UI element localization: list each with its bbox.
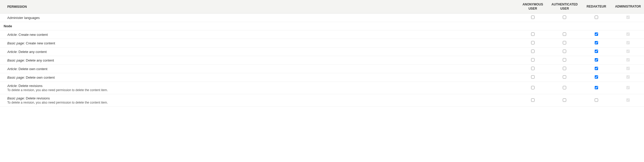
permission-row: Article: Delete revisionsTo delete a rev… [0,82,644,94]
permission-checkbox-cell [581,48,612,56]
permission-row: Article: Create new content [0,30,644,39]
permission-checkbox-cell [612,65,644,73]
permission-row: Article: Delete any content [0,48,644,56]
permission-checkbox-cell [517,56,548,65]
permission-checkbox[interactable] [563,32,566,36]
permission-title: Basic page: Delete any content [7,58,514,62]
permission-title: Basic page: Delete own content [7,76,514,79]
module-row: Node [0,22,644,30]
permission-prefix: Basic page [7,96,24,100]
permission-checkbox-cell [517,65,548,73]
permission-checkbox[interactable] [595,16,598,19]
permission-label: Delete own content [26,76,55,79]
permission-checkbox[interactable] [531,32,535,36]
permission-label-cell: Article: Create new content [0,30,517,39]
permission-checkbox [626,86,630,89]
permission-checkbox [626,75,630,79]
permission-checkbox[interactable] [531,50,535,53]
permission-checkbox[interactable] [563,75,566,79]
permission-checkbox[interactable] [595,75,598,79]
permission-label-cell: Basic page: Create new content [0,39,517,48]
permission-checkbox-cell [548,14,581,22]
permission-checkbox[interactable] [563,86,566,89]
permissions-table: PERMISSION ANONYMOUS USER AUTHENTICATED … [0,0,644,107]
permission-title: Article: Delete revisions [7,84,514,88]
permission-checkbox-cell [581,39,612,48]
permission-checkbox-cell [517,14,548,22]
permission-label-cell: Basic page: Delete any content [0,56,517,65]
permission-checkbox-cell [517,73,548,82]
permission-checkbox[interactable] [563,98,566,102]
permission-checkbox-cell [548,73,581,82]
permission-checkbox[interactable] [595,67,598,70]
permission-label-cell: Basic page: Delete own content [0,73,517,82]
permission-checkbox[interactable] [563,50,566,53]
permission-label-cell: Basic page: Delete revisionsTo delete a … [0,94,517,107]
permission-checkbox-cell [612,48,644,56]
permission-checkbox[interactable] [531,58,535,62]
permission-description: To delete a revision, you also need perm… [7,101,514,104]
permission-prefix: Basic page [7,58,24,62]
permission-checkbox[interactable] [531,75,535,79]
permission-label: Administer languages [7,16,40,20]
permission-description: To delete a revision, you also need perm… [7,88,514,92]
permission-checkbox-cell [581,65,612,73]
permission-checkbox[interactable] [531,86,535,89]
permission-row: Basic page: Delete revisionsTo delete a … [0,94,644,107]
permission-label-cell: Article: Delete any content [0,48,517,56]
permission-checkbox-cell [581,94,612,107]
permission-title: Basic page: Delete revisions [7,96,514,100]
header-role-authenticated: AUTHENTICATED USER [548,0,581,14]
permission-checkbox [626,67,630,70]
permission-checkbox[interactable] [595,98,598,102]
permission-title: Administer languages [7,16,514,20]
permission-prefix: Article [7,67,17,71]
permission-checkbox-cell [548,65,581,73]
permission-checkbox[interactable] [595,41,598,44]
permission-checkbox-cell [517,30,548,39]
permission-checkbox[interactable] [595,86,598,89]
permission-checkbox-cell [581,56,612,65]
table-header-row: PERMISSION ANONYMOUS USER AUTHENTICATED … [0,0,644,14]
permission-checkbox-cell [517,48,548,56]
permission-title: Article: Create new content [7,33,514,37]
permission-title: Article: Delete any content [7,50,514,54]
permission-checkbox-cell [612,39,644,48]
permission-row: Article: Delete own content [0,65,644,73]
permission-prefix: Article [7,50,17,54]
permission-checkbox-cell [581,30,612,39]
permission-checkbox[interactable] [595,50,598,53]
permission-checkbox-cell [517,82,548,94]
permission-label-cell: Article: Delete revisionsTo delete a rev… [0,82,517,94]
permission-label: Delete own content [18,67,47,71]
permission-checkbox-cell [612,14,644,22]
permission-checkbox-cell [517,39,548,48]
module-label: Node [0,22,644,30]
permission-checkbox[interactable] [531,98,535,102]
permission-checkbox-cell [548,82,581,94]
permission-checkbox[interactable] [595,32,598,36]
permission-checkbox[interactable] [563,58,566,62]
permission-label: Delete any content [26,58,54,62]
permission-checkbox[interactable] [563,16,566,19]
permission-row: Basic page: Delete own content [0,73,644,82]
permission-label: Create new content [18,33,48,37]
permission-checkbox-cell [548,39,581,48]
permission-checkbox[interactable] [531,41,535,44]
permission-title: Basic page: Create new content [7,41,514,45]
permission-row: Basic page: Create new content [0,39,644,48]
permission-checkbox[interactable] [531,67,535,70]
permission-checkbox-cell [581,14,612,22]
permission-checkbox[interactable] [563,67,566,70]
permission-checkbox[interactable] [595,58,598,62]
permission-checkbox-cell [517,94,548,107]
permission-checkbox [626,50,630,53]
permission-row: Basic page: Delete any content [0,56,644,65]
header-role-anonymous: ANONYMOUS USER [517,0,548,14]
permission-checkbox[interactable] [531,16,535,19]
permission-checkbox-cell [581,82,612,94]
permission-label-cell: Administer languages [0,14,517,22]
permission-checkbox[interactable] [563,41,566,44]
header-role-redakteur: REDAKTEUR [581,0,612,14]
permission-label: Delete revisions [26,96,50,100]
